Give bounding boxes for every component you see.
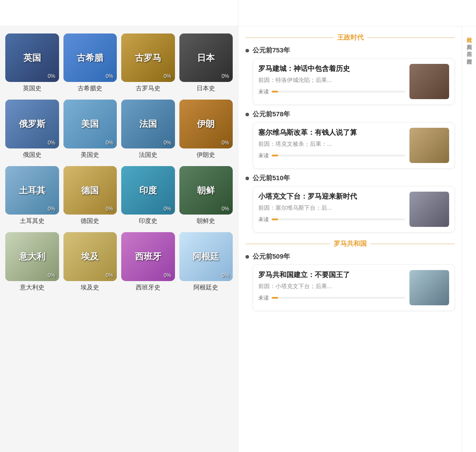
era-divider-罗马共和国: 罗马共和国 bbox=[245, 240, 455, 248]
era-divider-王政时代: 王政时代 bbox=[245, 33, 455, 42]
card-percent: 0% bbox=[48, 140, 55, 146]
card-image-bg: 印度0% bbox=[121, 166, 175, 215]
card-history-name: 古罗马史 bbox=[136, 85, 160, 93]
event-image-bg bbox=[409, 192, 449, 227]
event-image bbox=[409, 192, 449, 227]
card-percent: 0% bbox=[222, 272, 229, 278]
timeline-year-row: 公元前510年 bbox=[245, 174, 455, 182]
timeline-year-row: 公元前578年 bbox=[245, 110, 455, 119]
history-card-土耳其史[interactable]: 土耳其0%土耳其史 bbox=[5, 166, 59, 225]
timeline-item: 公元前753年 罗马建城：神话中包含着历史前因：特洛伊城沦陷；后果... 未读 bbox=[245, 46, 455, 105]
card-percent: 0% bbox=[48, 73, 55, 79]
card-percent: 0% bbox=[222, 206, 229, 212]
timeline-item: 公元前578年 塞尔维乌斯改革：有钱人说了算前因：塔克文被杀；后果：... 未读 bbox=[245, 110, 455, 169]
timeline-item: 公元前510年 小塔克文下台：罗马迎来新时代前因：塞尔维乌斯下台；后... 未读 bbox=[245, 174, 455, 233]
history-card-西班牙史[interactable]: 西班牙0%西班牙史 bbox=[121, 232, 175, 291]
history-card-古罗马史[interactable]: 古罗马0%古罗马史 bbox=[121, 33, 175, 93]
event-title: 罗马建城：神话中包含着历史 bbox=[258, 64, 405, 74]
card-image-wrap: 法国0% bbox=[121, 100, 175, 148]
history-card-法国史[interactable]: 法国0%法国史 bbox=[121, 100, 175, 159]
card-history-name: 法国史 bbox=[139, 151, 157, 159]
card-image-wrap: 俄罗斯0% bbox=[5, 100, 59, 148]
unread-label: 未读 bbox=[258, 152, 269, 159]
progress-fill bbox=[271, 91, 278, 93]
progress-fill bbox=[271, 219, 278, 220]
right-content: 王政时代 公元前753年 罗马建城：神话中包含着历史前因：特洛伊城沦陷；后果..… bbox=[238, 26, 462, 452]
history-card-英国史[interactable]: 英国0%英国史 bbox=[5, 33, 59, 93]
right-body: 王政时代 公元前753年 罗马建城：神话中包含着历史前因：特洛伊城沦陷；后果..… bbox=[238, 26, 476, 452]
history-card-德国史[interactable]: 德国0%德国史 bbox=[63, 166, 117, 225]
card-image-bg: 德国0% bbox=[63, 166, 117, 215]
card-row-0: 英国0%英国史古希腊0%古希腊史古罗马0%古罗马史日本0%日本史 bbox=[5, 33, 233, 93]
timeline-year-text: 公元前578年 bbox=[253, 110, 290, 119]
progress-bar bbox=[271, 297, 405, 299]
event-title: 小塔克文下台：罗马迎来新时代 bbox=[258, 192, 405, 201]
event-text: 小塔克文下台：罗马迎来新时代前因：塞尔维乌斯下台；后... 未读 bbox=[258, 192, 405, 227]
era-title: 罗马共和国 bbox=[334, 240, 367, 248]
event-card[interactable]: 小塔克文下台：罗马迎来新时代前因：塞尔维乌斯下台；后... 未读 bbox=[253, 186, 455, 233]
history-card-古希腊史[interactable]: 古希腊0%古希腊史 bbox=[63, 33, 117, 93]
card-history-name: 阿根廷史 bbox=[193, 284, 218, 292]
card-percent: 0% bbox=[106, 272, 113, 278]
timeline-bullet bbox=[245, 177, 249, 180]
card-image-bg: 埃及0% bbox=[63, 232, 117, 281]
event-card[interactable]: 罗马建城：神话中包含着历史前因：特洛伊城沦陷；后果... 未读 bbox=[253, 58, 455, 105]
unread-bar-wrap: 未读 bbox=[258, 88, 405, 96]
unread-label: 未读 bbox=[258, 294, 269, 302]
history-card-意大利史[interactable]: 意大利0%意大利史 bbox=[5, 232, 59, 291]
card-history-name: 朝鲜史 bbox=[197, 217, 215, 225]
unread-label: 未读 bbox=[258, 88, 269, 96]
history-card-俄国史[interactable]: 俄罗斯0%俄国史 bbox=[5, 100, 59, 159]
unread-bar-wrap: 未读 bbox=[258, 294, 405, 302]
event-card[interactable]: 罗马共和国建立：不要国王了前因：小塔克文下台；后果... 未读 bbox=[253, 264, 455, 311]
history-card-印度史[interactable]: 印度0%印度史 bbox=[121, 166, 175, 225]
left-content: 英国0%英国史古希腊0%古希腊史古罗马0%古罗马史日本0%日本史俄罗斯0%俄国史… bbox=[0, 26, 238, 452]
progress-fill bbox=[271, 155, 278, 156]
card-image-wrap: 阿根廷0% bbox=[179, 232, 233, 281]
card-percent: 0% bbox=[164, 73, 171, 79]
card-row-3: 意大利0%意大利史埃及0%埃及史西班牙0%西班牙史阿根廷0%阿根廷史 bbox=[5, 232, 233, 291]
card-image-wrap: 土耳其0% bbox=[5, 166, 59, 215]
history-card-朝鲜史[interactable]: 朝鲜0%朝鲜史 bbox=[179, 166, 233, 225]
card-row-1: 俄罗斯0%俄国史美国0%美国史法国0%法国史伊朗0%伊朗史 bbox=[5, 100, 233, 159]
event-image-bg bbox=[409, 64, 449, 99]
history-card-阿根廷史[interactable]: 阿根廷0%阿根廷史 bbox=[179, 232, 233, 291]
card-history-name: 印度史 bbox=[139, 217, 157, 225]
event-card[interactable]: 塞尔维乌斯改革：有钱人说了算前因：塔克文被杀；后果：... 未读 bbox=[253, 122, 455, 169]
event-desc: 前因：小塔克文下台；后果... bbox=[258, 282, 405, 290]
era-line-left bbox=[245, 37, 334, 38]
card-image-bg: 土耳其0% bbox=[5, 166, 59, 215]
card-image-wrap: 埃及0% bbox=[63, 232, 117, 281]
card-history-name: 意大利史 bbox=[20, 284, 45, 292]
card-history-name: 日本史 bbox=[197, 85, 215, 93]
left-panel: 英国0%英国史古希腊0%古希腊史古罗马0%古罗马史日本0%日本史俄罗斯0%俄国史… bbox=[0, 0, 238, 452]
right-panel: 王政时代 公元前753年 罗马建城：神话中包含着历史前因：特洛伊城沦陷；后果..… bbox=[238, 0, 476, 452]
history-card-埃及史[interactable]: 埃及0%埃及史 bbox=[63, 232, 117, 291]
timeline-year-text: 公元前753年 bbox=[253, 46, 290, 55]
event-image bbox=[409, 128, 449, 163]
card-image-bg: 法国0% bbox=[121, 100, 175, 148]
history-card-美国史[interactable]: 美国0%美国史 bbox=[63, 100, 117, 159]
history-card-日本史[interactable]: 日本0%日本史 bbox=[179, 33, 233, 93]
card-image-bg: 英国0% bbox=[5, 33, 59, 82]
event-text: 罗马共和国建立：不要国王了前因：小塔克文下台；后果... 未读 bbox=[258, 270, 405, 305]
left-header bbox=[0, 0, 238, 26]
unread-label: 未读 bbox=[258, 216, 269, 223]
card-history-name: 西班牙史 bbox=[136, 284, 160, 292]
card-image-wrap: 西班牙0% bbox=[121, 232, 175, 281]
history-card-伊朗史[interactable]: 伊朗0%伊朗史 bbox=[179, 100, 233, 159]
right-sidebar: 王政时代罗马共和国罗马帝国拜占庭时期 bbox=[462, 26, 476, 452]
card-image-bg: 俄罗斯0% bbox=[5, 100, 59, 148]
card-image-wrap: 印度0% bbox=[121, 166, 175, 215]
card-image-bg: 阿根廷0% bbox=[179, 232, 233, 281]
right-header bbox=[238, 0, 476, 26]
event-image-bg bbox=[409, 270, 449, 305]
progress-fill bbox=[271, 297, 278, 299]
card-image-wrap: 古罗马0% bbox=[121, 33, 175, 82]
event-text: 罗马建城：神话中包含着历史前因：特洛伊城沦陷；后果... 未读 bbox=[258, 64, 405, 99]
timeline-year-text: 公元前510年 bbox=[253, 174, 290, 182]
card-image-wrap: 古希腊0% bbox=[63, 33, 117, 82]
card-image-bg: 美国0% bbox=[63, 100, 117, 148]
card-percent: 0% bbox=[164, 140, 171, 146]
era-line-right bbox=[367, 37, 455, 38]
